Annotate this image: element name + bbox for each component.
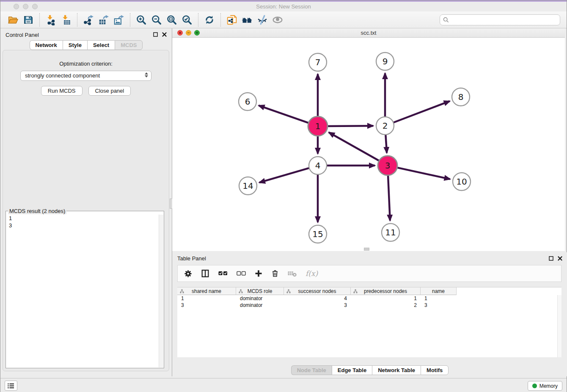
horizontal-splitter-handle[interactable]: [364, 248, 369, 251]
graph-node-9[interactable]: 9: [376, 52, 394, 70]
graph-node-8[interactable]: 8: [452, 88, 470, 106]
mcds-result-line: 3: [9, 222, 155, 229]
graph-node-2[interactable]: 2: [376, 117, 394, 135]
select-chevrons-icon: [145, 72, 148, 77]
graph-edge-3-11[interactable]: [388, 175, 390, 221]
graph-node-3[interactable]: 3: [378, 156, 397, 175]
graph-node-1[interactable]: 1: [308, 116, 328, 136]
app-window: Session: New Session: [0, 0, 567, 392]
optimization-criterion-select[interactable]: strongly connected component: [20, 71, 151, 81]
export-image-button[interactable]: [111, 13, 127, 27]
select-all-columns-button[interactable]: [218, 269, 228, 278]
zoom-out-button[interactable]: [149, 13, 164, 27]
table-scrollbar[interactable]: [557, 295, 561, 357]
tab-network[interactable]: Network: [30, 40, 63, 50]
export-network-button[interactable]: [81, 13, 96, 27]
toolbar-separator: [198, 13, 198, 27]
graph-node-6[interactable]: 6: [239, 93, 256, 110]
table-settings-button[interactable]: [184, 269, 193, 278]
table-cell: 1: [351, 295, 421, 301]
mcds-result-list[interactable]: 13: [6, 214, 158, 368]
memory-label: Memory: [539, 383, 558, 389]
function-builder-button[interactable]: f(x): [306, 269, 318, 278]
import-table-button[interactable]: [58, 13, 74, 27]
graph-node-14[interactable]: 14: [239, 177, 257, 195]
tab-motifs[interactable]: Motifs: [421, 365, 449, 375]
control-panel: Control Panel NetworkStyleSelectMCDS Opt…: [0, 28, 172, 371]
float-panel-icon[interactable]: [549, 256, 553, 261]
tab-network-table[interactable]: Network Table: [372, 365, 421, 375]
show-graphics-details-button[interactable]: [270, 13, 285, 27]
delete-column-button[interactable]: [271, 269, 279, 278]
tab-style[interactable]: Style: [63, 40, 87, 50]
graph-edge-3-10[interactable]: [397, 168, 450, 179]
tab-edge-table[interactable]: Edge Table: [332, 365, 372, 375]
import-network-icon: [45, 14, 56, 25]
tab-mcds[interactable]: MCDS: [115, 40, 143, 50]
graph-edge-2-8[interactable]: [394, 101, 450, 123]
graph-node-10[interactable]: 10: [453, 173, 471, 190]
mcds-result-box: MCDS result (2 nodes) 13: [6, 208, 164, 368]
graph-edge-2-3[interactable]: [385, 135, 387, 153]
network-window-titlebar[interactable]: scc.txt: [172, 28, 565, 38]
zoom-selected-button[interactable]: [179, 13, 195, 27]
search-input[interactable]: [440, 14, 560, 25]
tab-select[interactable]: Select: [87, 40, 115, 50]
ndex-home-button[interactable]: [239, 13, 255, 27]
float-panel-icon[interactable]: [153, 32, 158, 37]
graph-node-11[interactable]: 11: [382, 224, 399, 241]
show-column-button[interactable]: [201, 269, 210, 278]
list-icon: [7, 383, 15, 389]
graph-edge-1-6[interactable]: [259, 105, 308, 123]
create-column-button[interactable]: [254, 269, 263, 278]
zoom-fit-button[interactable]: [164, 13, 179, 27]
hide-graphics-details-button[interactable]: [255, 13, 270, 27]
column-header-predecessor-nodes[interactable]: predecessor nodes: [351, 287, 421, 295]
column-header-MCDS-role[interactable]: MCDS role: [236, 287, 284, 295]
svg-text:1: 1: [315, 121, 321, 131]
table-row[interactable]: 1dominator411: [177, 295, 561, 302]
svg-text:4: 4: [315, 160, 321, 171]
zoom-in-button[interactable]: [134, 13, 149, 27]
run-mcds-button[interactable]: Run MCDS: [41, 86, 83, 96]
close-panel-icon[interactable]: [558, 256, 562, 261]
close-panel-button[interactable]: Close panel: [88, 86, 131, 96]
network-canvas[interactable]: 7968124314101511: [172, 38, 565, 251]
import-network-button[interactable]: [43, 13, 58, 27]
table-cell: 4: [284, 295, 351, 301]
svg-text:14: 14: [242, 181, 253, 191]
column-header-successor-nodes[interactable]: successor nodes: [284, 287, 351, 295]
graph-edge-3-1[interactable]: [329, 133, 379, 161]
checked-boxes-icon: [218, 269, 228, 278]
main-titlebar: Session: New Session: [0, 2, 567, 11]
column-header-name[interactable]: name: [421, 287, 457, 295]
plus-icon: [254, 269, 263, 278]
memory-button[interactable]: Memory: [528, 381, 562, 391]
table-cell: 1: [421, 295, 457, 301]
column-header-shared-name[interactable]: shared name: [177, 287, 236, 295]
export-table-button[interactable]: [96, 13, 111, 27]
trash-icon: [271, 269, 279, 278]
unselect-all-columns-button[interactable]: [236, 269, 246, 278]
refresh-view-button[interactable]: [202, 13, 217, 27]
control-panel-title: Control Panel: [6, 32, 39, 38]
graph-edge-4-14[interactable]: [259, 168, 309, 182]
save-session-button[interactable]: [21, 13, 36, 27]
close-panel-icon[interactable]: [162, 32, 167, 37]
tab-node-table[interactable]: Node Table: [291, 365, 332, 375]
zoom-fit-icon: [166, 14, 177, 25]
open-session-button[interactable]: [6, 13, 21, 27]
column-type-icon: [180, 289, 184, 293]
graph-node-4[interactable]: 4: [309, 157, 327, 174]
columns-icon: [201, 269, 210, 278]
graph-node-7[interactable]: 7: [309, 53, 327, 71]
table-row[interactable]: 3dominator323: [177, 302, 561, 309]
svg-text:7: 7: [315, 57, 321, 67]
task-history-button[interactable]: [5, 381, 17, 391]
result-scrollbar[interactable]: [159, 215, 163, 367]
delete-table-button[interactable]: [287, 269, 297, 278]
graph-node-15[interactable]: 15: [309, 225, 327, 243]
graph-edge-1-2[interactable]: [328, 126, 373, 126]
refresh-icon: [204, 14, 215, 25]
ndex-network-button[interactable]: [224, 13, 239, 27]
